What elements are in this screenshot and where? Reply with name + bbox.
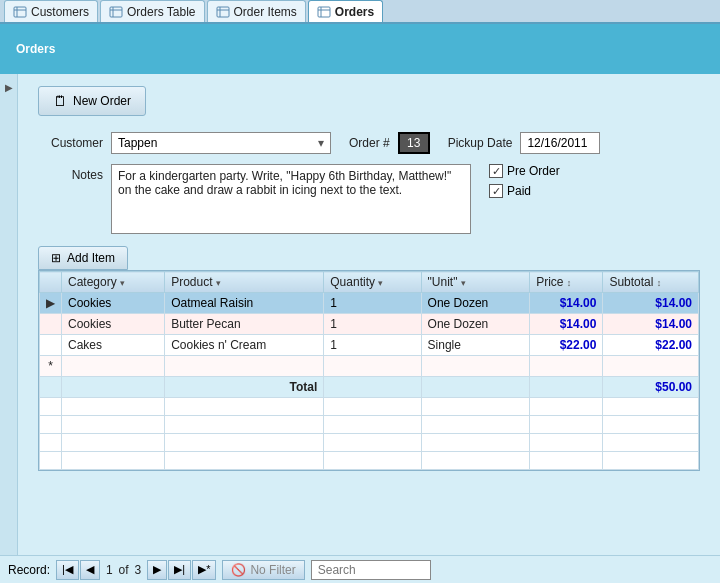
cell-category: Cookies (62, 293, 165, 314)
add-item-button[interactable]: ⊞ Add Item (38, 246, 128, 270)
order-num-label: Order # (349, 136, 390, 150)
checkboxes-area: ✓ Pre Order ✓ Paid (489, 164, 560, 198)
new-row-cell (421, 356, 530, 377)
paid-label: Paid (507, 184, 531, 198)
empty-row (40, 416, 699, 434)
total-cell: $50.00 (603, 377, 699, 398)
empty-cell (40, 416, 62, 434)
empty-cell (324, 434, 421, 452)
cell-unit: One Dozen (421, 314, 530, 335)
empty-cell (603, 452, 699, 470)
order-num-value: 13 (407, 136, 420, 150)
table-row[interactable]: CakesCookies n' Cream1Single$22.00$22.00 (40, 335, 699, 356)
cell-subtotal: $22.00 (603, 335, 699, 356)
new-row-cell (324, 356, 421, 377)
svg-rect-0 (14, 7, 26, 17)
total-cell (62, 377, 165, 398)
row-selector (40, 314, 62, 335)
empty-cell (603, 398, 699, 416)
pickup-date-value: 12/16/2011 (527, 136, 587, 150)
empty-cell (165, 434, 324, 452)
customers-tab-icon (13, 6, 27, 18)
empty-cell (324, 452, 421, 470)
cell-subtotal: $14.00 (603, 293, 699, 314)
empty-cell (530, 434, 603, 452)
col-price[interactable]: Price ↕ (530, 272, 603, 293)
tab-orders-table[interactable]: Orders Table (100, 0, 204, 22)
cell-price: $14.00 (530, 314, 603, 335)
empty-cell (165, 416, 324, 434)
empty-cell (62, 416, 165, 434)
empty-cell (165, 398, 324, 416)
cell-product: Cookies n' Cream (165, 335, 324, 356)
empty-cell (40, 434, 62, 452)
nav-prev-button[interactable]: ◀ (80, 560, 100, 580)
empty-cell (421, 452, 530, 470)
order-num-box[interactable]: 13 (398, 132, 430, 154)
col-category[interactable]: Category ▾ (62, 272, 165, 293)
nav-next-button[interactable]: ▶ (147, 560, 167, 580)
tab-order-items-label: Order Items (234, 5, 297, 19)
search-input[interactable] (311, 560, 431, 580)
empty-cell (324, 398, 421, 416)
nav-last-button[interactable]: ▶| (168, 560, 191, 580)
price-sort-icon: ↕ (567, 278, 572, 288)
total-selector-cell (40, 377, 62, 398)
orders-table-tab-icon (109, 6, 123, 18)
table-row[interactable]: ▶CookiesOatmeal Raisin1One Dozen$14.00$1… (40, 293, 699, 314)
status-bar: Record: |◀ ◀ 1 of 3 ▶ ▶| ▶* 🚫 No Filter (0, 555, 720, 583)
empty-row (40, 398, 699, 416)
notes-textarea[interactable] (111, 164, 471, 234)
tab-order-items[interactable]: Order Items (207, 0, 306, 22)
order-items-table-container: Category ▾ Product ▾ Quantity ▾ "Un (38, 270, 700, 471)
nav-new-button[interactable]: ▶* (192, 560, 216, 580)
nav-first-button[interactable]: |◀ (56, 560, 79, 580)
customer-value: Tappen (118, 136, 157, 150)
customer-dropdown-icon: ▾ (318, 136, 324, 150)
page-header: Orders (0, 24, 720, 74)
new-row-cell (165, 356, 324, 377)
main-area: ▶ 🗒 New Order Customer Tappen ▾ Order # … (0, 74, 720, 555)
col-product[interactable]: Product ▾ (165, 272, 324, 293)
add-item-label: Add Item (67, 251, 115, 265)
empty-cell (324, 416, 421, 434)
empty-cell (62, 452, 165, 470)
order-items-tab-icon (216, 6, 230, 18)
expand-arrow-icon[interactable]: ▶ (5, 82, 13, 93)
row-selector-header (40, 272, 62, 293)
empty-cell (603, 434, 699, 452)
record-total: 3 (135, 563, 142, 577)
table-row[interactable]: CookiesButter Pecan1One Dozen$14.00$14.0… (40, 314, 699, 335)
cell-quantity: 1 (324, 335, 421, 356)
tab-customers-label: Customers (31, 5, 89, 19)
svg-rect-9 (318, 7, 330, 17)
col-subtotal[interactable]: Subtotal ↕ (603, 272, 699, 293)
paid-checkbox[interactable]: ✓ (489, 184, 503, 198)
customer-select[interactable]: Tappen ▾ (111, 132, 331, 154)
tab-customers[interactable]: Customers (4, 0, 98, 22)
empty-cell (40, 398, 62, 416)
empty-cell (62, 398, 165, 416)
empty-cell (530, 398, 603, 416)
total-row: Total$50.00 (40, 377, 699, 398)
filter-button[interactable]: 🚫 No Filter (222, 560, 304, 580)
col-unit[interactable]: "Unit" ▾ (421, 272, 530, 293)
total-cell: Total (165, 377, 324, 398)
form-content: 🗒 New Order Customer Tappen ▾ Order # 13… (18, 74, 720, 555)
customer-row: Customer Tappen ▾ Order # 13 Pickup Date… (38, 132, 700, 154)
nav-group: |◀ ◀ (56, 560, 100, 580)
quantity-sort-icon: ▾ (378, 278, 383, 288)
empty-cell (421, 398, 530, 416)
new-row-cell (530, 356, 603, 377)
pre-order-checkbox[interactable]: ✓ (489, 164, 503, 178)
pickup-date-field[interactable]: 12/16/2011 (520, 132, 600, 154)
new-order-button[interactable]: 🗒 New Order (38, 86, 146, 116)
pickup-date-label: Pickup Date (448, 136, 513, 150)
col-quantity[interactable]: Quantity ▾ (324, 272, 421, 293)
category-sort-icon: ▾ (120, 278, 125, 288)
new-row[interactable]: * (40, 356, 699, 377)
total-cell (530, 377, 603, 398)
new-row-marker: * (40, 356, 62, 377)
tab-orders[interactable]: Orders (308, 0, 383, 22)
svg-rect-3 (110, 7, 122, 17)
